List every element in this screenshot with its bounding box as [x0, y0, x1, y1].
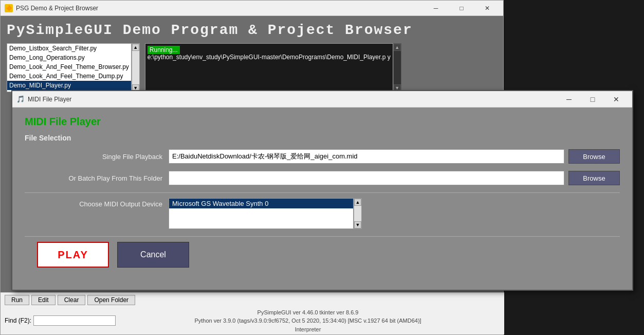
- midi-maximize-button[interactable]: □: [581, 91, 604, 108]
- version-info: PySimpleGUI ver 4.46.0 tkinter ver 8.6.9…: [116, 308, 500, 334]
- version-line3: Interpreter: [116, 325, 500, 334]
- divider-2: [25, 236, 620, 237]
- content-area: Demo_Listbox_Search_Filter.py Demo_Long_…: [7, 43, 497, 95]
- app-title: PySimpleGUI Demo Program & Project Brows…: [7, 22, 497, 38]
- batch-folder-row: Or Batch Play From This Folder Browse: [25, 171, 620, 185]
- midi-device-label: Choose MIDI Output Device: [25, 198, 169, 208]
- output-scrollbar[interactable]: ▲ ▼: [393, 43, 401, 92]
- version-line1: PySimpleGUI ver 4.46.0 tkinter ver 8.6.9: [116, 308, 500, 317]
- single-file-row: Single File Playback Browse: [25, 149, 620, 164]
- scroll-up-arrow[interactable]: ▲: [132, 44, 139, 51]
- midi-device-list: Microsoft GS Wavetable Synth 0: [169, 198, 354, 229]
- running-badge: Running...: [148, 46, 180, 54]
- file-item-4[interactable]: Demo_MIDI_Player.py: [7, 81, 131, 90]
- play-button[interactable]: PLAY: [37, 242, 109, 268]
- single-file-label: Single File Playback: [25, 153, 169, 161]
- version-line2: Python ver 3.9.0 (tags/v3.9.0:9cf6752, O…: [116, 316, 500, 325]
- find-input[interactable]: [33, 315, 116, 326]
- midi-title-icon: 🎵: [16, 95, 25, 103]
- main-titlebar: 🔶 PSG Demo & Project Browser ─ □ ✕: [1, 1, 503, 16]
- output-area: Running... e:\python_study\env_study\PyS…: [145, 43, 393, 92]
- main-minimize-button[interactable]: ─: [424, 1, 448, 16]
- output-scroll-up[interactable]: ▲: [394, 44, 401, 51]
- button-row: PLAY Cancel: [25, 242, 620, 268]
- file-list: Demo_Listbox_Search_Filter.py Demo_Long_…: [7, 43, 132, 92]
- midi-body: MIDI File Player File Selection Single F…: [12, 108, 632, 276]
- open-folder-button[interactable]: Open Folder: [87, 295, 135, 305]
- midi-win-controls: ─ □ ✕: [557, 91, 628, 108]
- divider-1: [25, 192, 620, 193]
- browse-single-button[interactable]: Browse: [568, 149, 620, 164]
- cancel-button[interactable]: Cancel: [117, 242, 189, 268]
- output-path: e:\python_study\env_study\PySimpleGUI-ma…: [148, 54, 391, 61]
- bottom-toolbar: Run Edit Clear Open Folder Find (F2): Py…: [1, 292, 504, 335]
- midi-device-item-0[interactable]: Microsoft GS Wavetable Synth 0: [169, 199, 353, 208]
- single-file-input[interactable]: [169, 149, 564, 164]
- find-area: Find (F2):: [5, 308, 116, 334]
- midi-scroll-down[interactable]: ▼: [354, 221, 361, 228]
- file-item-1[interactable]: Demo_Long_Operations.py: [7, 53, 131, 62]
- file-item-3[interactable]: Demo_Look_And_Feel_Theme_Dump.py: [7, 72, 131, 81]
- midi-device-row: Choose MIDI Output Device Microsoft GS W…: [25, 198, 620, 229]
- midi-device-scrollbar[interactable]: ▲ ▼: [354, 198, 362, 229]
- main-window-title: PSG Demo & Project Browser: [16, 5, 424, 12]
- app-icon: 🔶: [5, 4, 13, 12]
- main-maximize-button[interactable]: □: [450, 1, 473, 16]
- clear-button[interactable]: Clear: [58, 295, 86, 305]
- midi-dialog-title: MIDI File Player: [28, 96, 557, 103]
- browse-batch-button[interactable]: Browse: [568, 171, 620, 185]
- status-bar: Find (F2): PySimpleGUI ver 4.46.0 tkinte…: [1, 307, 504, 335]
- midi-app-title: MIDI File Player: [25, 116, 620, 128]
- main-close-button[interactable]: ✕: [475, 1, 499, 16]
- run-button[interactable]: Run: [5, 295, 29, 305]
- edit-button[interactable]: Edit: [31, 295, 56, 305]
- batch-folder-input[interactable]: [169, 171, 564, 185]
- file-selection-label: File Selection: [25, 134, 620, 142]
- midi-scroll-up[interactable]: ▲: [354, 199, 361, 206]
- toolbar-buttons: Run Edit Clear Open Folder: [1, 293, 504, 307]
- midi-minimize-button[interactable]: ─: [557, 91, 581, 108]
- midi-dialog: 🎵 MIDI File Player ─ □ ✕ MIDI File Playe…: [11, 90, 633, 291]
- file-list-scrollbar[interactable]: ▲ ▼: [132, 43, 140, 92]
- midi-close-button[interactable]: ✕: [604, 91, 628, 108]
- file-item-0[interactable]: Demo_Listbox_Search_Filter.py: [7, 44, 131, 53]
- midi-titlebar: 🎵 MIDI File Player ─ □ ✕: [12, 91, 632, 108]
- main-win-controls: ─ □ ✕: [424, 1, 499, 16]
- batch-folder-label: Or Batch Play From This Folder: [25, 174, 169, 182]
- file-item-2[interactable]: Demo_Look_And_Feel_Theme_Browser.py: [7, 62, 131, 72]
- find-label: Find (F2):: [5, 317, 31, 324]
